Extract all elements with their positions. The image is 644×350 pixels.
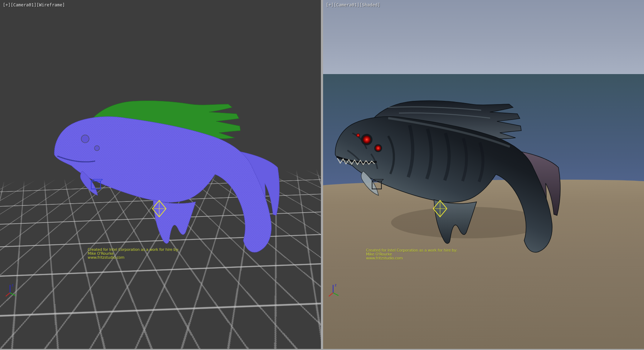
credit-text-object[interactable]: Created for Intel Corporation as a work … [88, 248, 179, 259]
fish-eye-red [356, 133, 360, 137]
shading-menu-button[interactable]: [Shaded] [360, 3, 380, 8]
world-axis-tripod: z [4, 282, 20, 299]
fish-model-shaded[interactable] [335, 101, 560, 252]
fish-model-wireframe[interactable] [54, 101, 279, 252]
credit-line-3: www.fritzstudio.com [366, 256, 457, 260]
viewport-wireframe[interactable]: [+][Camera01][Wireframe] [0, 0, 321, 349]
camera-menu-button[interactable]: [Camera01] [334, 3, 360, 8]
viewport-shaded[interactable]: [+][Camera01][Shaded] [323, 0, 644, 349]
y-axis [333, 293, 338, 296]
viewport-label: [+][Camera01][Shaded] [326, 3, 380, 8]
z-axis-label: z [335, 283, 337, 287]
world-axis-tripod: z [327, 282, 343, 299]
viewport-menu-button[interactable]: [+] [3, 3, 11, 8]
x-axis [329, 293, 333, 296]
viewport-stage: [+][Camera01][Wireframe] [0, 0, 644, 350]
fish-wireframe-svg [0, 0, 321, 349]
z-axis-label: z [11, 283, 14, 287]
fish-eye [94, 146, 99, 151]
fish-eye [81, 135, 89, 143]
credit-text-object[interactable]: Created for Intel Corporation as a work … [366, 248, 457, 260]
fish-eye-red [363, 136, 371, 144]
viewport-splitter[interactable] [321, 0, 323, 350]
shading-menu-button[interactable]: [Wireframe] [36, 3, 65, 8]
viewport-menu-button[interactable]: [+] [326, 3, 334, 8]
camera-menu-button[interactable]: [Camera01] [11, 3, 36, 8]
fish-shaded-svg [323, 0, 644, 349]
credit-line-3: www.fritzstudio.com [88, 256, 179, 259]
x-axis [6, 293, 10, 296]
fish-eye-red [375, 145, 381, 151]
viewport-label: [+][Camera01][Wireframe] [3, 3, 65, 8]
y-axis [10, 293, 15, 296]
